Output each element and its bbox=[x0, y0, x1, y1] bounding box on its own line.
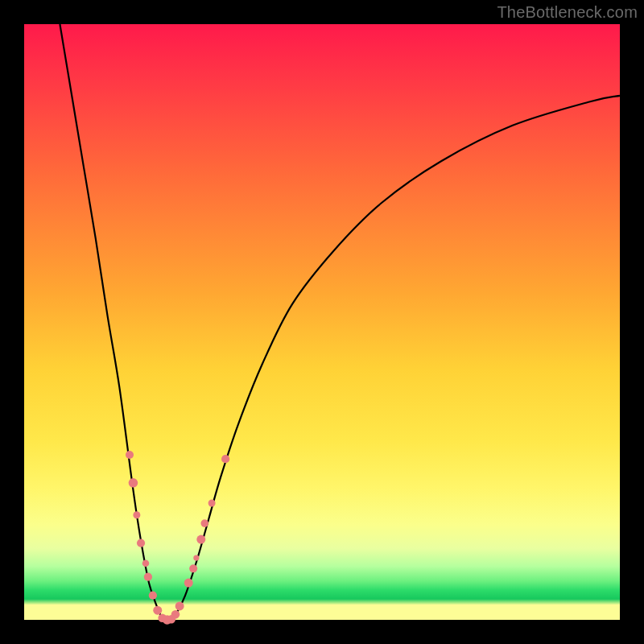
data-marker bbox=[133, 511, 140, 518]
chart-svg bbox=[24, 24, 620, 620]
data-marker bbox=[153, 606, 162, 615]
data-marker bbox=[200, 519, 208, 527]
data-marker bbox=[142, 559, 150, 567]
data-marker bbox=[129, 478, 138, 488]
watermark-text: TheBottleneck.com bbox=[497, 3, 638, 22]
data-marker bbox=[221, 455, 229, 463]
data-marker bbox=[175, 601, 184, 610]
data-marker bbox=[193, 555, 199, 560]
plot-area bbox=[24, 24, 620, 620]
chart-frame: TheBottleneck.com bbox=[0, 0, 644, 644]
data-marker bbox=[144, 573, 152, 581]
data-marker bbox=[137, 539, 145, 547]
curve-left bbox=[60, 24, 163, 620]
curve-right bbox=[171, 96, 620, 620]
data-marker bbox=[208, 499, 216, 506]
data-marker bbox=[149, 592, 157, 600]
data-marker bbox=[184, 579, 193, 588]
data-marker bbox=[126, 451, 134, 459]
data-marker bbox=[189, 564, 197, 572]
data-marker bbox=[196, 535, 205, 544]
data-marker bbox=[171, 610, 180, 619]
